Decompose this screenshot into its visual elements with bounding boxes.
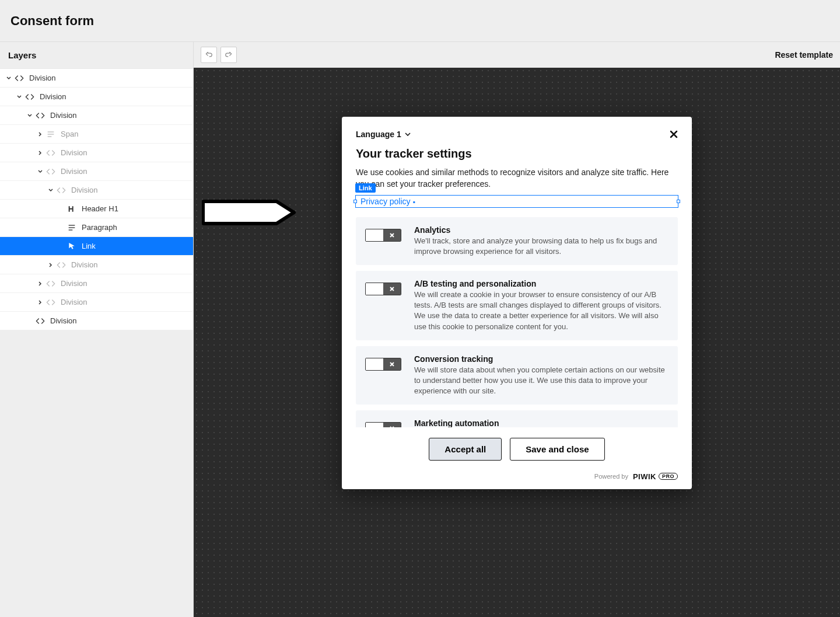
layers-panel-title: Layers: [0, 42, 193, 68]
chevron-right-icon[interactable]: [36, 298, 44, 306]
code-icon: [46, 278, 56, 289]
consent-modal: Language 1 Your tracker settings We use …: [342, 117, 692, 489]
chevron-placeholder: [57, 224, 65, 232]
editor-toolbar: Reset template: [194, 42, 840, 68]
chevron-right-icon[interactable]: [36, 280, 44, 288]
close-icon: [670, 130, 678, 138]
chevron-right-icon[interactable]: [36, 130, 44, 138]
language-selector[interactable]: Language 1: [356, 130, 411, 139]
save-close-button[interactable]: Save and close: [510, 438, 604, 461]
tree-row-label: Division: [61, 279, 193, 288]
consent-description: We'll track, store and analyze your brow…: [414, 236, 668, 257]
chevron-down-icon[interactable]: [15, 93, 23, 101]
tree-row-label: Link: [82, 242, 193, 250]
tree-row[interactable]: Division: [0, 256, 193, 274]
consent-toggle[interactable]: [365, 358, 401, 371]
code-icon: [35, 110, 46, 121]
language-label: Language 1: [356, 130, 401, 139]
tree-row[interactable]: Division: [0, 181, 193, 200]
privacy-link-selection: Privacy policy▪: [356, 195, 678, 208]
page-title: Consent form: [10, 13, 94, 29]
brand-logo[interactable]: PIWIK PRO: [633, 472, 678, 481]
tree-row-label: Division: [71, 260, 193, 269]
chevron-down-icon: [405, 133, 411, 136]
selection-badge: Link: [355, 183, 376, 193]
tree-row[interactable]: Span: [0, 125, 193, 144]
consent-item: Marketing automationWe will store data t…: [356, 410, 678, 427]
tree-row[interactable]: Division: [0, 274, 193, 293]
chevron-placeholder: [57, 242, 65, 250]
tree-row-label: Paragraph: [82, 223, 193, 232]
canvas[interactable]: Language 1 Your tracker settings We use …: [194, 68, 840, 617]
tree-row-label: Division: [50, 111, 193, 120]
tree-row-label: Division: [61, 148, 193, 157]
lines-icon: [66, 222, 77, 233]
modal-description: We use cookies and similar methods to re…: [356, 166, 678, 190]
chevron-down-icon[interactable]: [36, 168, 44, 176]
powered-by-label: Powered by: [594, 473, 628, 480]
chevron-right-icon[interactable]: [36, 149, 44, 157]
consent-title: A/B testing and personalization: [414, 279, 668, 288]
selection-handle-left[interactable]: [354, 200, 357, 203]
consent-toggle[interactable]: [365, 422, 401, 427]
tree-row[interactable]: Link: [0, 237, 193, 256]
chevron-placeholder: [57, 205, 65, 213]
tree-row[interactable]: Header H1: [0, 200, 193, 218]
tree-row-label: Header H1: [82, 204, 193, 213]
consent-toggle[interactable]: [365, 229, 401, 242]
chevron-placeholder: [26, 317, 34, 325]
layers-tree: DivisionDivisionDivisionSpanDivisionDivi…: [0, 68, 193, 330]
chevron-down-icon[interactable]: [47, 186, 55, 194]
code-icon: [46, 148, 56, 158]
page-header: Consent form: [0, 0, 840, 42]
redo-button[interactable]: [220, 47, 237, 63]
consent-description: We will store data about when you comple…: [414, 365, 668, 397]
tree-row-label: Division: [40, 92, 193, 101]
header-icon: [66, 204, 77, 214]
tree-row[interactable]: Division: [0, 293, 193, 312]
chevron-down-icon[interactable]: [26, 111, 34, 120]
tree-row[interactable]: Paragraph: [0, 218, 193, 237]
consent-title: Marketing automation: [414, 419, 668, 427]
modal-footer: Powered by PIWIK PRO: [356, 466, 678, 481]
consent-item: AnalyticsWe'll track, store and analyze …: [356, 217, 678, 265]
consent-title: Analytics: [414, 225, 668, 235]
code-icon: [46, 297, 56, 308]
code-icon: [56, 185, 66, 196]
accept-all-button[interactable]: Accept all: [429, 438, 502, 461]
consent-toggle[interactable]: [365, 283, 401, 295]
selection-handle-right[interactable]: [677, 200, 680, 203]
code-icon: [14, 73, 24, 83]
lines-icon: [46, 129, 56, 140]
tree-row[interactable]: Division: [0, 69, 193, 88]
consent-description: We will create a cookie in your browser …: [414, 290, 668, 332]
privacy-policy-link[interactable]: Privacy policy: [360, 197, 411, 206]
modal-title: Your tracker settings: [356, 147, 678, 161]
tree-row[interactable]: Division: [0, 88, 193, 106]
code-icon: [56, 260, 66, 270]
tree-row[interactable]: Division: [0, 106, 193, 125]
consent-item: Conversion trackingWe will store data ab…: [356, 346, 678, 405]
layers-panel: Layers DivisionDivisionDivisionSpanDivis…: [0, 42, 194, 617]
tree-row-label: Division: [29, 74, 193, 82]
consent-title: Conversion tracking: [414, 354, 668, 364]
chevron-down-icon[interactable]: [5, 74, 13, 82]
chevron-right-icon[interactable]: [47, 261, 55, 269]
code-icon: [24, 92, 35, 102]
tree-row-label: Division: [61, 298, 193, 306]
consent-list[interactable]: AnalyticsWe'll track, store and analyze …: [356, 217, 678, 427]
brand-name: PIWIK: [633, 472, 656, 481]
link-cursor-icon: ▪: [413, 198, 415, 206]
code-icon: [46, 166, 56, 177]
reset-template-link[interactable]: Reset template: [775, 50, 833, 60]
undo-button[interactable]: [201, 47, 217, 63]
close-button[interactable]: [670, 128, 678, 140]
cursor-icon: [66, 241, 77, 252]
tree-row[interactable]: Division: [0, 312, 193, 330]
tree-row[interactable]: Division: [0, 144, 193, 162]
tree-row-label: Division: [61, 167, 193, 176]
tree-row-label: Division: [71, 186, 193, 194]
tree-row-label: Division: [50, 316, 193, 325]
brand-suffix: PRO: [659, 473, 678, 480]
tree-row[interactable]: Division: [0, 162, 193, 181]
